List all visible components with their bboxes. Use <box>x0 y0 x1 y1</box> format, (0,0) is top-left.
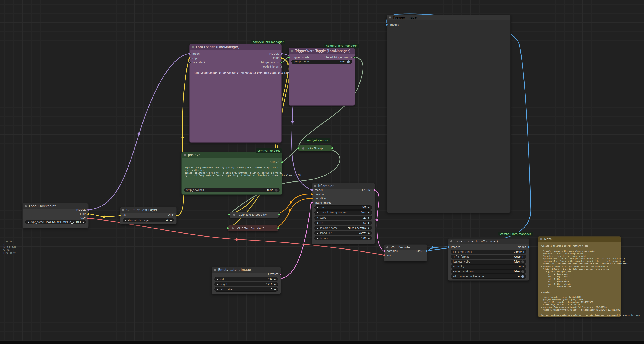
output-port-MODEL[interactable]: MODEL <box>75 208 90 211</box>
output-port[interactable] <box>277 227 279 229</box>
decrement-arrow-icon[interactable]: ◀ <box>125 219 126 221</box>
node-header[interactable]: KSampler <box>312 183 374 189</box>
node-triggerword-toggle[interactable]: TriggerWord Toggle (LoraManager)trigger_… <box>288 48 355 106</box>
decrement-arrow-icon[interactable]: ◀ <box>27 221 29 223</box>
input-port[interactable] <box>228 214 230 216</box>
collapse-toggle-icon[interactable] <box>232 227 234 230</box>
collapse-toggle-icon[interactable] <box>25 205 27 207</box>
output-port-dot[interactable] <box>280 274 282 276</box>
widget-embed_workflow[interactable]: embed_workflowfalse <box>451 269 526 274</box>
widget-ckpt_name[interactable]: ◀ckpt_nameil\waiNSFWIllustrious_v110.s..… <box>25 220 86 224</box>
widget-denoise[interactable]: ◀denoise1.00▶ <box>314 236 372 240</box>
widget-stop_at_clip_layer[interactable]: ◀stop_at_clip_layer-2▶ <box>123 218 174 222</box>
decrement-arrow-icon[interactable]: ◀ <box>216 288 218 290</box>
increment-arrow-icon[interactable]: ▶ <box>368 206 370 208</box>
decrement-arrow-icon[interactable]: ◀ <box>316 232 318 234</box>
input-port-dot[interactable] <box>188 62 191 64</box>
decrement-arrow-icon[interactable]: ◀ <box>216 278 218 280</box>
widget-steps[interactable]: ◀steps20▶ <box>314 216 372 220</box>
input-port-clip[interactable]: clip <box>188 57 198 60</box>
input-port-dot[interactable] <box>383 250 385 252</box>
increment-arrow-icon[interactable]: ▶ <box>522 266 524 268</box>
widget-sampler_name[interactable]: ◀sampler_nameeuler_ancestral▶ <box>314 226 372 230</box>
node-vae-decode[interactable]: VAE DecodesamplesvaeIMAGE <box>384 244 427 262</box>
output-port-dot[interactable] <box>280 66 282 68</box>
input-port-dot[interactable] <box>288 56 290 58</box>
output-port-STRING[interactable]: STRING <box>268 161 283 164</box>
input-port-dot[interactable] <box>311 193 313 195</box>
collapse-toggle-icon[interactable] <box>122 209 124 211</box>
collapse-toggle-icon[interactable] <box>214 269 216 271</box>
increment-arrow-icon[interactable]: ▶ <box>368 237 370 239</box>
decrement-arrow-icon[interactable]: ◀ <box>316 206 318 208</box>
increment-arrow-icon[interactable]: ▶ <box>368 232 370 234</box>
widget-strip_newlines[interactable]: strip_newlinesfalse <box>184 188 280 192</box>
widget-add_counter_to_filename[interactable]: add_counter_to_filenametrue <box>451 274 526 278</box>
node-preview-image[interactable]: Preview Imageimages <box>386 14 511 213</box>
decrement-arrow-icon[interactable]: ◀ <box>453 266 454 268</box>
decrement-arrow-icon[interactable]: ◀ <box>316 237 318 239</box>
input-port-dot[interactable] <box>311 189 313 191</box>
decrement-arrow-icon[interactable]: ◀ <box>453 256 454 258</box>
increment-arrow-icon[interactable]: ▶ <box>170 219 172 221</box>
toggle-knob[interactable] <box>521 270 524 273</box>
increment-arrow-icon[interactable]: ▶ <box>522 256 524 258</box>
decrement-arrow-icon[interactable]: ◀ <box>216 283 218 285</box>
increment-arrow-icon[interactable]: ▶ <box>83 221 85 223</box>
workflow-canvas[interactable]: T: 0.00s I: 0 N: 14 [14] V: 28 FPS:58.82… <box>0 0 644 344</box>
widget-lossless_webp[interactable]: lossless_webpfalse <box>451 260 526 264</box>
input-port-dot[interactable] <box>311 202 313 204</box>
increment-arrow-icon[interactable]: ▶ <box>368 217 370 219</box>
collapse-toggle-icon[interactable] <box>233 214 235 216</box>
output-port-VAE[interactable]: VAE <box>79 217 90 220</box>
collapse-toggle-icon[interactable] <box>314 185 316 187</box>
output-port-trigger_words[interactable]: trigger_words <box>260 61 282 64</box>
node-header[interactable]: CLIP Set Last Layer <box>120 207 176 213</box>
input-port-dot[interactable] <box>311 198 313 200</box>
input-port-images[interactable]: images <box>447 246 462 248</box>
node-header[interactable]: Lora Loader (LoraManager) <box>190 44 281 50</box>
output-port-LATENT[interactable]: LATENT <box>360 188 376 192</box>
node-header[interactable]: positive <box>182 152 282 158</box>
increment-arrow-icon[interactable]: ▶ <box>368 227 370 229</box>
widget-cfg[interactable]: ◀cfg8.0▶ <box>314 221 372 225</box>
input-port-negative[interactable]: negative <box>311 197 328 200</box>
widget-quality[interactable]: ◀quality100▶ <box>451 264 526 269</box>
input-port-model[interactable]: model <box>311 188 324 192</box>
input-port-dot[interactable] <box>386 24 388 26</box>
collapse-toggle-icon[interactable] <box>450 240 452 242</box>
decrement-arrow-icon[interactable]: ◀ <box>316 227 318 229</box>
output-port-dot[interactable] <box>280 62 282 64</box>
node-empty-latent-image[interactable]: Empty Latent ImageLATENT◀width832▶◀heigh… <box>212 267 281 294</box>
widget-width[interactable]: ◀width832▶ <box>214 277 278 281</box>
output-port-dot[interactable] <box>374 189 376 191</box>
increment-arrow-icon[interactable]: ▶ <box>368 212 370 214</box>
input-port-dot[interactable] <box>188 53 191 55</box>
toggle-knob[interactable] <box>521 260 524 263</box>
increment-arrow-icon[interactable]: ▶ <box>274 288 276 290</box>
decrement-arrow-icon[interactable]: ◀ <box>316 217 318 219</box>
input-port[interactable] <box>227 227 229 229</box>
output-port-CLIP[interactable]: CLIP <box>166 214 178 217</box>
output-port-LATENT[interactable]: LATENT <box>266 273 282 276</box>
output-port-dot[interactable] <box>87 213 90 215</box>
collapse-toggle-icon[interactable] <box>302 147 304 150</box>
collapse-toggle-icon[interactable] <box>389 16 391 18</box>
output-port-dot[interactable] <box>175 214 178 216</box>
output-port-dot[interactable] <box>354 56 356 58</box>
input-port-lora_stack[interactable]: lora_stack <box>188 61 207 64</box>
widget-group_mode[interactable]: group_modetrue <box>292 60 352 64</box>
output-port-dot[interactable] <box>281 161 283 163</box>
output-port-dot[interactable] <box>280 53 282 55</box>
widget-filename_prefix[interactable]: filename_prefixComfyUI <box>451 250 526 254</box>
collapse-toggle-icon[interactable] <box>192 46 194 48</box>
output-port-dot[interactable] <box>426 250 428 252</box>
node-lora-loader[interactable]: Lora Loader (LoraManager)modelcliplora_s… <box>190 44 282 143</box>
node-header[interactable]: TriggerWord Toggle (LoraManager) <box>289 48 354 54</box>
input-port[interactable] <box>297 147 299 149</box>
input-port-trigger_words[interactable]: trigger_words <box>288 56 311 59</box>
input-port-positive[interactable]: positive <box>311 193 326 196</box>
toggle-knob[interactable] <box>275 189 278 192</box>
node-header[interactable]: Save Image (LoraManager) <box>448 239 529 244</box>
node-save-image[interactable]: Save Image (LoraManager)imagesimagesfile… <box>448 238 529 281</box>
